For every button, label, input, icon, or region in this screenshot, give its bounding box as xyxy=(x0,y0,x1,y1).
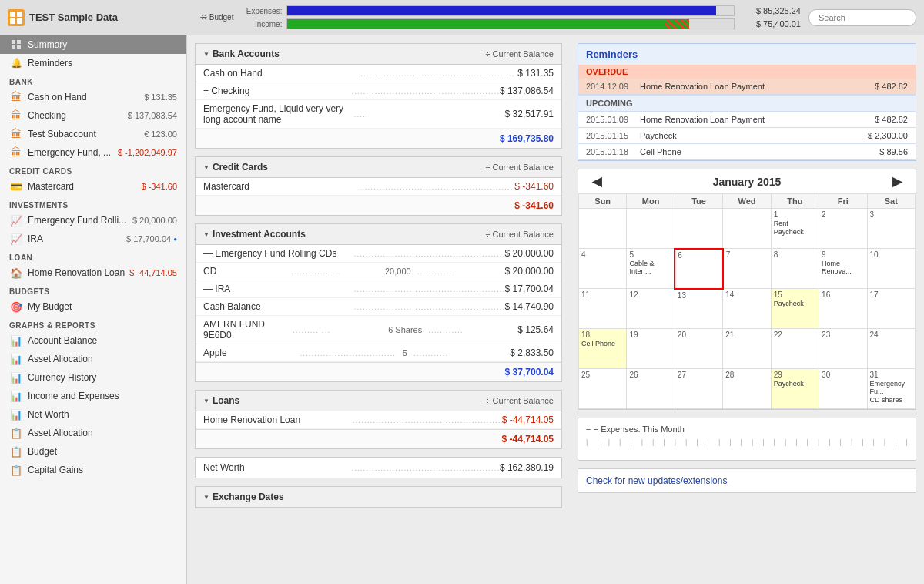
sidebar-item-income-expenses[interactable]: 📊 Income and Expenses xyxy=(0,387,186,405)
calendar-cell[interactable]: 12 xyxy=(627,289,675,329)
calendar-date-number: 25 xyxy=(581,371,590,379)
calendar-cell[interactable] xyxy=(675,209,722,249)
calendar-cell[interactable]: 10 xyxy=(867,249,915,289)
calendar-cell[interactable] xyxy=(723,209,771,249)
chart-icon-aa: 📊 xyxy=(9,353,23,365)
sidebar-item-checking[interactable]: 🏛 Checking $ 137,083.54 xyxy=(0,106,186,125)
investment-accounts-title: ▼ Investment Accounts xyxy=(203,229,306,240)
calendar-date-number: 24 xyxy=(870,331,879,339)
calendar-cell[interactable]: 2 xyxy=(819,209,867,249)
calendar-cell[interactable]: 18Cell Phone xyxy=(579,329,627,369)
sidebar-cash-amount: $ 131.35 xyxy=(144,92,177,102)
sidebar-my-budget-label: My Budget xyxy=(28,301,177,312)
sidebar-home-loan-label: Home Renovation Loan xyxy=(28,267,125,278)
sidebar-item-summary[interactable]: Summary xyxy=(0,35,186,54)
calendar-cell[interactable] xyxy=(627,209,675,249)
tick: | xyxy=(873,438,875,446)
account-shares-amern: 6 Shares xyxy=(388,325,422,334)
sidebar-item-cash-on-hand[interactable]: 🏛 Cash on Hand $ 131.35 xyxy=(0,88,186,106)
bank-accounts-col-header: ÷ Current Balance xyxy=(485,49,554,59)
calendar-cell[interactable]: 4 xyxy=(579,249,627,289)
calendar-cell[interactable]: 7 xyxy=(723,249,771,289)
loans-total: $ -44,714.05 xyxy=(196,429,561,448)
sidebar-section-graphs: GRAPHS & REPORTS xyxy=(0,317,186,331)
calendar-cell[interactable]: 20 xyxy=(675,329,722,369)
sidebar-item-account-balance[interactable]: 📊 Account Balance xyxy=(0,331,186,350)
tick: | xyxy=(862,438,863,446)
tick: | xyxy=(729,438,731,446)
calendar-cell[interactable]: 31Emergency Fu...CD shares xyxy=(867,369,915,409)
loans-col-header: ÷ Current Balance xyxy=(485,396,554,405)
calendar-cell[interactable]: 25 xyxy=(579,369,627,409)
updates-link[interactable]: Check for new updates/extensions xyxy=(586,475,727,486)
cal-day-tue: Tue xyxy=(675,194,722,209)
calendar-cell[interactable]: 13 xyxy=(675,289,722,329)
calendar-date-number: 3 xyxy=(870,210,875,219)
calendar-cell[interactable]: 14 xyxy=(723,289,771,329)
sidebar-item-asset-allocation-graph[interactable]: 📊 Asset Allocation xyxy=(0,350,186,368)
reminder-date-1: 2015.01.09 xyxy=(586,115,640,124)
expenses-bar-track xyxy=(286,5,735,16)
table-row: + Checking .............................… xyxy=(196,82,561,100)
sidebar-item-currency-history[interactable]: 📊 Currency History xyxy=(0,368,186,387)
calendar-cell[interactable]: 29Paycheck xyxy=(771,369,819,409)
sidebar-item-mastercard[interactable]: 💳 Mastercard $ -341.60 xyxy=(0,177,186,196)
search-input[interactable] xyxy=(819,13,924,22)
overdue-label: OVERDUE xyxy=(578,65,916,79)
sidebar-item-budget-report[interactable]: 📋 Budget xyxy=(0,442,186,461)
reminder-amount-2: $ 2,300.00 xyxy=(868,131,908,140)
sidebar-item-my-budget[interactable]: 🎯 My Budget xyxy=(0,297,186,316)
account-amount-cash: $ 131.35 xyxy=(517,68,554,79)
investment-accounts-col-header: ÷ Current Balance xyxy=(485,230,554,239)
calendar-cell[interactable]: 9Home Renova... xyxy=(819,249,867,289)
reminder-desc-3: Cell Phone xyxy=(640,147,879,156)
expenses-bar-row: Expenses: $ 85,325.24 xyxy=(239,5,801,16)
calendar-cell[interactable]: 30 xyxy=(819,369,867,409)
calendar-cell[interactable]: 27 xyxy=(675,369,722,409)
calendar-cell[interactable]: 24 xyxy=(867,329,915,369)
calendar-cell[interactable]: 21 xyxy=(723,329,771,369)
triangle-icon-loan: ▼ xyxy=(203,398,209,404)
calendar-cell[interactable] xyxy=(579,209,627,249)
account-shares-cd: 20,000 xyxy=(385,267,411,276)
sidebar-emergency-label: Emergency Fund, ... xyxy=(28,147,113,158)
calendar-cell[interactable]: 1RentPaycheck xyxy=(771,209,819,249)
calendar-next-button[interactable]: ▶ xyxy=(886,174,908,189)
calendar-cell[interactable]: 22 xyxy=(771,329,819,369)
sidebar-item-ira[interactable]: 📈 IRA $ 17,700.04 ● xyxy=(0,230,186,248)
sidebar-item-test-subaccount[interactable]: 🏛 Test Subaccount € 123.00 xyxy=(0,125,186,143)
sidebar-item-emergency-fund[interactable]: 🏛 Emergency Fund, ... $ -1,202,049.97 xyxy=(0,143,186,162)
reminders-header[interactable]: Reminders xyxy=(578,44,916,65)
calendar-cell[interactable]: 23 xyxy=(819,329,867,369)
expenses-month-header: ÷ ÷ Expenses: This Month xyxy=(586,425,908,434)
account-amount-amern: $ 125.64 xyxy=(517,324,554,335)
calendar-cell[interactable]: 26 xyxy=(627,369,675,409)
calendar-cell[interactable]: 19 xyxy=(627,329,675,369)
exchange-dates-header: ▼ Exchange Dates xyxy=(196,487,561,508)
sidebar-item-reminders[interactable]: 🔔 Reminders xyxy=(0,54,186,72)
credit-cards-title: ▼ Credit Cards xyxy=(203,162,268,173)
search-box[interactable] xyxy=(808,9,916,26)
calendar-cell[interactable]: 28 xyxy=(723,369,771,409)
calendar-prev-button[interactable]: ◀ xyxy=(586,174,608,189)
calendar-date-number: 20 xyxy=(678,331,686,339)
sidebar-item-asset-allocation-report[interactable]: 📋 Asset Allocation xyxy=(0,424,186,442)
expenses-month-title: ÷ Expenses: This Month xyxy=(594,425,685,434)
calendar-cell[interactable]: 17 xyxy=(867,289,915,329)
reminder-date-overdue: 2014.12.09 xyxy=(586,82,640,91)
sidebar-item-capital-gains[interactable]: 📋 Capital Gains xyxy=(0,461,186,479)
sidebar-item-ef-rolling[interactable]: 📈 Emergency Fund Rolli... $ 20,000.00 xyxy=(0,211,186,230)
sidebar-item-net-worth-graph[interactable]: 📊 Net Worth xyxy=(0,405,186,424)
calendar-cell[interactable]: 5Cable & Interr... xyxy=(627,249,675,289)
bank-icon-subaccount: 🏛 xyxy=(9,128,23,140)
calendar-cell[interactable]: 16 xyxy=(819,289,867,329)
calendar-cell[interactable]: 6 xyxy=(675,249,722,289)
calendar-date-number: 29 xyxy=(774,371,782,379)
calendar-cell[interactable]: 15Paycheck xyxy=(771,289,819,329)
calendar-cell[interactable]: 8 xyxy=(771,249,819,289)
sidebar-item-home-loan[interactable]: 🏠 Home Renovation Loan $ -44,714.05 xyxy=(0,263,186,282)
calendar-cell[interactable]: 11 xyxy=(579,289,627,329)
reminder-amount-3: $ 89.56 xyxy=(879,147,908,156)
tick: | xyxy=(619,438,621,446)
calendar-cell[interactable]: 3 xyxy=(867,209,915,249)
